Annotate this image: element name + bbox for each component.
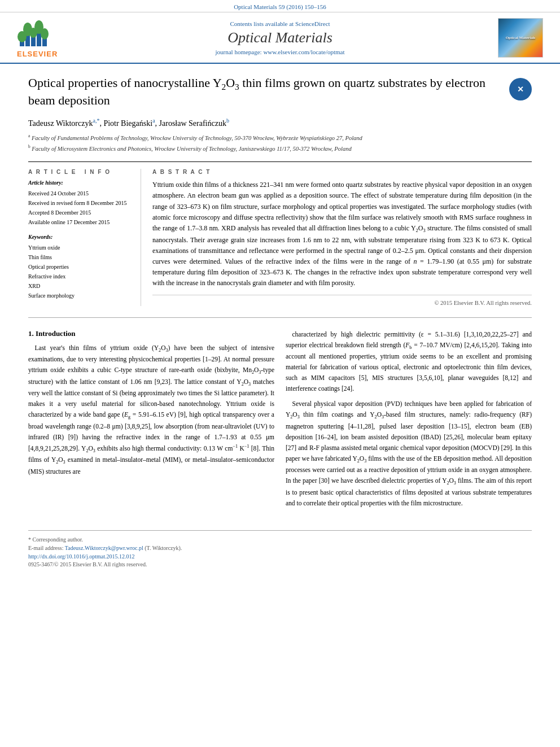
email-link[interactable]: Tadeusz.Wiktorczyk@pwr.wroc.pl — [65, 545, 143, 551]
svg-point-9 — [41, 28, 49, 40]
journal-title: Optical Materials — [85, 29, 475, 46]
available-date: Available online 17 December 2015 — [28, 217, 132, 227]
journal-header: ELSEVIER Contents lists available at Sci… — [0, 12, 560, 64]
section-number: 1. — [28, 329, 34, 338]
body-content: 1. Introduction Last year's thin films o… — [28, 329, 532, 513]
paper-title: Optical properties of nanocrystalline Y2… — [28, 75, 509, 109]
authors-section: Tadeusz Wiktorczyka,*, Piotr Biegańskia,… — [28, 117, 532, 128]
keyword-1: Yttrium oxide — [28, 243, 132, 252]
author-2: Piotr Biegańskia — [103, 119, 155, 128]
keyword-3: Optical properties — [28, 262, 132, 272]
journal-header-left: ELSEVIER — [17, 17, 85, 58]
crossmark-symbol: ✕ — [517, 85, 524, 94]
introduction-text-left: Last year's thin films of yttrium oxide … — [28, 343, 274, 477]
keywords-list: Yttrium oxide Thin films Optical propert… — [28, 243, 132, 300]
sciencedirect-link[interactable]: ScienceDirect — [295, 20, 330, 27]
journal-top-bar: Optical Materials 59 (2016) 150–156 — [0, 0, 560, 12]
journal-cover-image: Optical Materials — [498, 18, 543, 58]
crossmark-badge: ✕ — [509, 78, 532, 101]
received-revised-date: Received in revised form 8 December 2015 — [28, 198, 132, 208]
page-footer: * Corresponding author. E-mail address: … — [28, 530, 532, 567]
body-right-col: characterized by high dielectric permitt… — [286, 329, 532, 513]
journal-homepage: journal homepage: www.elsevier.com/locat… — [85, 49, 475, 55]
copyright-line: © 2015 Elsevier B.V. All rights reserved… — [152, 295, 532, 306]
abstract-column: A B S T R A C T Yttrium oxide thin films… — [152, 169, 532, 306]
journal-volume-info: Optical Materials 59 (2016) 150–156 — [234, 3, 326, 10]
received-date: Received 24 October 2015 — [28, 189, 132, 198]
introduction-title: 1. Introduction — [28, 329, 274, 338]
keyword-2: Thin films — [28, 252, 132, 262]
author-3: Jarosław Serafińczukb — [159, 119, 229, 128]
keywords-label: Keywords: — [28, 234, 132, 240]
email-name: (T. Wiktorczyk). — [145, 545, 182, 551]
affiliation-1: a Faculty of Fundamental Problems of Tec… — [28, 133, 532, 142]
article-info-heading: A R T I C L E I N F O — [28, 169, 132, 175]
body-left-col: 1. Introduction Last year's thin films o… — [28, 329, 274, 513]
article-history-label: Article history: — [28, 180, 132, 186]
svg-rect-2 — [31, 37, 36, 46]
accepted-date: Accepted 8 December 2015 — [28, 208, 132, 217]
article-info-column: A R T I C L E I N F O Article history: R… — [28, 169, 141, 306]
homepage-url[interactable]: www.elsevier.com/locate/optmat — [263, 49, 344, 55]
elsevier-tree-icon — [17, 17, 51, 48]
section-title-text: Introduction — [36, 329, 76, 338]
paper-container: Optical properties of nanocrystalline Y2… — [0, 64, 560, 579]
keyword-4: Refractive index — [28, 272, 132, 281]
keywords-section: Keywords: Yttrium oxide Thin films Optic… — [28, 234, 132, 300]
elsevier-logo: ELSEVIER — [17, 17, 85, 58]
article-dates: Received 24 October 2015 Received in rev… — [28, 189, 132, 227]
abstract-text: Yttrium oxide thin films of a thickness … — [152, 180, 532, 289]
article-info-abstract-section: A R T I C L E I N F O Article history: R… — [28, 161, 532, 306]
journal-header-center: Contents lists available at ScienceDirec… — [85, 20, 475, 55]
footer-email: E-mail address: Tadeusz.Wiktorczyk@pwr.w… — [28, 545, 532, 551]
section-divider — [28, 317, 532, 318]
abstract-heading: A B S T R A C T — [152, 169, 532, 175]
footer-issn: 0925-3467/© 2015 Elsevier B.V. All right… — [28, 561, 532, 567]
journal-header-right: Optical Materials — [475, 18, 543, 58]
introduction-text-right: characterized by high dielectric permitt… — [286, 329, 532, 509]
paper-title-section: Optical properties of nanocrystalline Y2… — [28, 75, 532, 109]
elsevier-label: ELSEVIER — [17, 50, 58, 58]
affiliations-section: a Faculty of Fundamental Problems of Tec… — [28, 133, 532, 154]
keyword-5: XRD — [28, 281, 132, 291]
svg-rect-4 — [42, 38, 47, 46]
affiliation-2: b Faculty of Microsystem Electronics and… — [28, 143, 532, 153]
footer-doi[interactable]: http://dx.doi.org/10.1016/j.optmat.2015.… — [28, 553, 532, 560]
corresponding-note: * Corresponding author. — [28, 536, 532, 543]
cover-title: Optical Materials — [505, 34, 537, 41]
contents-line: Contents lists available at ScienceDirec… — [85, 20, 475, 27]
author-1: Tadeusz Wiktorczyka,* — [28, 119, 99, 128]
title-text-part1: Optical properties of nanocrystalline Y2… — [28, 76, 485, 107]
keyword-6: Surface morphology — [28, 291, 132, 300]
